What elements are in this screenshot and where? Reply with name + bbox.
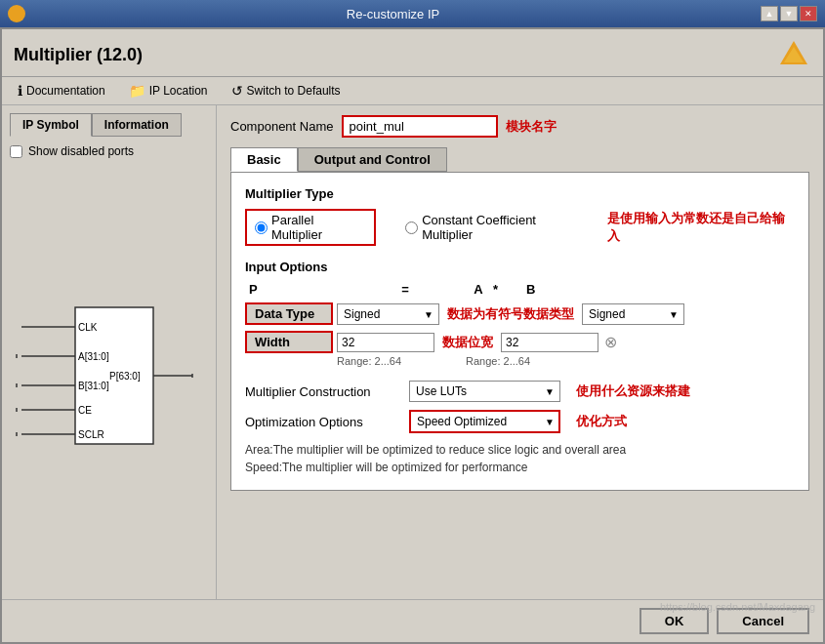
window-title-text: Multiplier (12.0) [14, 45, 143, 65]
width-b-input[interactable] [501, 333, 598, 352]
clear-icon[interactable]: ⊗ [604, 333, 617, 351]
inner-tabs: Basic Output and Control [230, 147, 809, 172]
radio-parallel-label: Parallel Multiplier [271, 213, 366, 242]
svg-text:CLK: CLK [78, 322, 98, 333]
tab-content-basic: Multiplier Type Parallel Multiplier Cons… [230, 172, 809, 491]
data-type-a-select[interactable]: Signed Unsigned [337, 303, 439, 325]
data-type-label: Data Type [245, 302, 333, 325]
construction-select[interactable]: Use LUTs Use Mults [409, 381, 560, 402]
restore-btn[interactable]: ▼ [780, 6, 798, 21]
section-multiplier-type: Multiplier Type [245, 186, 795, 201]
data-type-b-select[interactable]: Signed Unsigned [582, 303, 684, 325]
width-label: Width [245, 331, 333, 353]
input-options-header: P = A * B [245, 282, 795, 297]
component-name-label: Component Name [230, 119, 334, 134]
folder-icon: 📁 [129, 83, 145, 99]
optimization-select-wrapper: Speed Optimized Area Optimized [409, 410, 560, 433]
col-a: A [464, 282, 493, 297]
switch-defaults-btn[interactable]: ↺ Switch to Defaults [227, 81, 345, 101]
close-btn[interactable]: ✕ [800, 6, 817, 21]
logo-icon [776, 37, 811, 72]
show-ports-checkbox[interactable] [10, 145, 22, 158]
annot-input-type: 是使用输入为常数还是自己给输入 [607, 210, 795, 245]
content-area: IP Symbol Information Show disabled port… [2, 105, 823, 599]
minimize-btn[interactable]: ▲ [761, 6, 778, 21]
symbol-diagram: CLK A[31:0] B[31:0] CE [12, 293, 207, 468]
optimization-select[interactable]: Speed Optimized Area Optimized [409, 410, 560, 433]
information-tab[interactable]: Information [92, 113, 182, 137]
app-icon [8, 5, 25, 22]
bottom-bar: https://blog.csdn.net/Maxdagang OK Cance… [2, 599, 823, 642]
svg-text:A[31:0]: A[31:0] [78, 351, 109, 362]
output-control-tab[interactable]: Output and Control [298, 147, 447, 172]
svg-text:P[63:0]: P[63:0] [109, 371, 141, 382]
radio-parallel[interactable] [255, 221, 268, 234]
description-area: Area:The multiplier will be optimized to… [245, 441, 795, 476]
width-a-input[interactable] [337, 333, 434, 352]
basic-tab[interactable]: Basic [230, 147, 298, 172]
title-bar: Re-customize IP ▲ ▼ ✕ [0, 0, 825, 27]
col-star-b: * B [493, 282, 610, 297]
left-panel: IP Symbol Information Show disabled port… [2, 105, 217, 599]
annot-data-width: 数据位宽 [442, 334, 493, 351]
annot-data-type: 数据为有符号数据类型 [447, 305, 574, 323]
col-p: P [249, 282, 347, 297]
right-panel-inner: Component Name 模块名字 Basic Output and Con… [230, 115, 809, 491]
annot-module-name: 模块名字 [506, 118, 557, 136]
toolbar: ℹ Documentation 📁 IP Location ↺ Switch t… [2, 77, 823, 105]
section-input-options: Input Options [245, 260, 795, 274]
data-type-b-wrapper: Signed Unsigned [582, 303, 684, 325]
construction-select-wrapper: Use LUTs Use Mults [409, 381, 560, 402]
left-tab-row: IP Symbol Information [10, 113, 208, 137]
construction-row: Multiplier Construction Use LUTs Use Mul… [245, 381, 795, 402]
optimization-row: Optimization Options Speed Optimized Are… [245, 410, 795, 433]
ip-location-btn[interactable]: 📁 IP Location [125, 81, 212, 101]
documentation-btn[interactable]: ℹ Documentation [14, 81, 109, 101]
svg-marker-0 [11, 8, 22, 19]
show-ports-row: Show disabled ports [10, 144, 208, 158]
component-name-row: Component Name 模块名字 [230, 115, 809, 138]
main-window: Multiplier (12.0) ℹ Documentation 📁 IP L… [0, 27, 825, 644]
svg-text:SCLR: SCLR [78, 429, 104, 440]
ip-symbol-tab[interactable]: IP Symbol [10, 113, 92, 137]
switch-defaults-label: Switch to Defaults [247, 84, 341, 98]
desc-line1: Area:The multiplier will be optimized to… [245, 441, 795, 459]
svg-text:B[31:0]: B[31:0] [78, 381, 109, 391]
show-ports-label: Show disabled ports [28, 144, 134, 158]
svg-text:CE: CE [78, 405, 92, 416]
range-b: Range: 2...64 [466, 355, 530, 367]
window-header: Multiplier (12.0) [2, 29, 823, 77]
annot-construction: 使用什么资源来搭建 [576, 382, 690, 400]
radio-parallel-option[interactable]: Parallel Multiplier [245, 209, 376, 246]
radio-constant-option[interactable]: Constant Coefficient Multiplier [405, 213, 587, 242]
annot-optimization: 优化方式 [576, 413, 627, 430]
range-row: Range: 2...64 Range: 2...64 [245, 355, 795, 367]
data-type-row: Data Type Signed Unsigned 数据为有符号数据类型 Sig… [245, 302, 795, 325]
construction-label: Multiplier Construction [245, 384, 401, 399]
col-eq: = [347, 282, 464, 297]
component-name-input[interactable] [342, 115, 498, 138]
refresh-icon: ↺ [231, 83, 243, 99]
ip-location-label: IP Location [149, 84, 208, 98]
optimization-label: Optimization Options [245, 415, 401, 429]
watermark: https://blog.csdn.net/Maxdagang [660, 601, 815, 613]
info-icon: ℹ [18, 83, 22, 99]
right-panel: Component Name 模块名字 Basic Output and Con… [217, 105, 823, 599]
window-title: Re-customize IP [25, 7, 761, 21]
width-row: Width 数据位宽 ⊗ [245, 331, 795, 353]
radio-constant[interactable] [405, 221, 418, 234]
radio-constant-label: Constant Coefficient Multiplier [422, 213, 587, 242]
desc-line2: Speed:The multiplier will be optimized f… [245, 459, 795, 476]
range-a: Range: 2...64 [337, 355, 434, 367]
symbol-area: CLK A[31:0] B[31:0] CE [10, 170, 208, 591]
window-controls: ▲ ▼ ✕ [761, 6, 817, 21]
documentation-label: Documentation [26, 84, 105, 98]
data-type-a-wrapper: Signed Unsigned [337, 303, 439, 325]
